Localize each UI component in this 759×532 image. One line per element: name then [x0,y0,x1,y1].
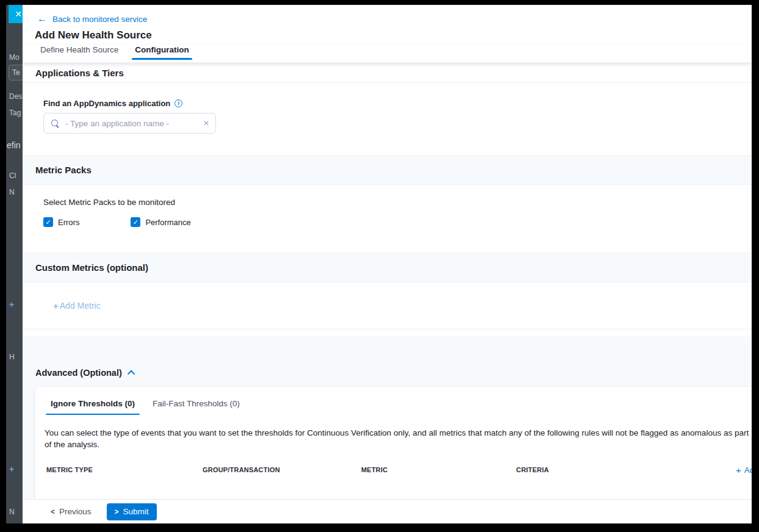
bg-text-fragment: H [9,353,15,361]
add-threshold-label: Add Threshold [744,466,752,475]
tab-label: Ignore Thresholds (0) [51,399,135,408]
find-application-label: Find an AppDynamics application i [43,99,752,108]
section-title: Applications & Tiers [35,68,124,78]
previous-button[interactable]: < Previous [51,507,92,516]
add-threshold-button[interactable]: + Add Threshold [736,465,752,475]
application-search-input[interactable] [65,119,200,128]
thresholds-description: You can select the type of events that y… [45,427,752,450]
thresholds-card: Ignore Thresholds (0) Fail-Fast Threshol… [35,387,752,499]
back-link-label: Back to monitored service [52,15,147,24]
bg-input-fragment: Te [9,65,23,81]
submit-label: Submit [123,507,149,516]
advanced-title: Advanced (Optional) [35,368,122,378]
bg-input-text: Te [12,68,20,77]
back-arrow-icon: ← [37,14,47,24]
bg-add-fragment: + [9,464,14,474]
tab-fail-fast-thresholds[interactable]: Fail-Fast Thresholds (0) [153,399,240,415]
close-icon: ✕ [15,9,22,19]
section-title: Metric Packs [35,165,92,175]
bg-text-fragment: N [9,508,15,516]
section-applications-tiers-content: Find an AppDynamics application i ✕ [23,83,752,156]
checkbox-errors[interactable]: ✓ Errors [43,217,79,227]
chevron-up-icon[interactable] [128,370,135,378]
back-to-monitored-service-link[interactable]: ← Back to monitored service [37,12,752,26]
info-icon[interactable]: i [174,99,182,107]
drawer-footer: < Previous > Submit [23,499,752,523]
search-icon [51,120,59,128]
column-header-metric-type: METRIC TYPE [46,466,93,473]
application-search-box: ✕ [43,113,216,134]
bg-text-fragment: Tag [9,109,21,117]
section-custom-metrics-content: + Add Metric [23,282,752,329]
tab-configuration[interactable]: Configuration [135,45,189,60]
tab-label: Define Health Source [40,45,118,54]
section-metric-packs-header: Metric Packs [23,156,752,185]
clear-search-icon[interactable]: ✕ [200,119,209,128]
description-line: You can select the type of events that y… [45,427,752,439]
screenshot-frame: Mo Te Des Tag efin Cl N + H + N ✕ ← Back… [0,0,759,532]
advanced-title-row[interactable]: Advanced (Optional) [35,368,752,378]
select-metric-packs-label: Select Metric Packs to be monitored [43,198,752,207]
column-header-group-transaction: GROUP/TRANSACTION [203,466,280,473]
chevron-right-icon: > [115,508,119,516]
tab-label: Fail-Fast Thresholds (0) [153,399,240,408]
checkbox-label: Errors [58,218,79,227]
field-label-text: Find an AppDynamics application [43,99,170,108]
active-tab-underline [132,58,192,60]
column-header-criteria: CRITERIA [516,466,549,473]
chevron-left-icon: < [51,508,55,516]
bg-text-fragment: N [9,188,15,196]
submit-button[interactable]: > Submit [107,503,157,520]
add-health-source-drawer: ← Back to monitored service Add New Heal… [23,5,752,523]
tab-ignore-thresholds[interactable]: Ignore Thresholds (0) [51,399,135,415]
plus-icon: + [53,301,59,311]
dimmed-background-page: Mo Te Des Tag efin Cl N + H + N [6,5,23,523]
drawer-header: ← Back to monitored service Add New Heal… [23,5,752,45]
bg-text-fragment: Cl [9,171,16,180]
description-line: of the analysis. [45,439,752,450]
active-tab-underline [46,414,140,415]
section-metric-packs-content: Select Metric Packs to be monitored ✓ Er… [23,185,752,253]
metric-pack-options: ✓ Errors ✓ Performance [43,217,752,227]
previous-label: Previous [59,507,92,516]
checkbox-performance[interactable]: ✓ Performance [131,217,190,227]
bg-add-fragment: + [9,300,14,309]
section-title: Custom Metrics (optional) [35,262,148,273]
bg-heading-fragment: efin [7,140,21,150]
tab-label: Configuration [135,45,189,54]
bg-text-fragment: Des [9,92,22,101]
section-advanced: Advanced (Optional) Ignore Thresholds (0… [23,336,752,499]
section-applications-tiers-header: Applications & Tiers [23,63,752,83]
bg-text-fragment: Mo [9,53,20,62]
tab-define-health-source[interactable]: Define Health Source [40,45,118,60]
wizard-tabbar: Define Health Source Configuration [23,45,752,63]
checkbox-label: Performance [145,218,190,227]
checkbox-checked-icon[interactable]: ✓ [131,217,140,227]
add-metric-button[interactable]: + Add Metric [53,301,101,311]
column-header-metric: METRIC [361,466,387,473]
add-metric-label: Add Metric [60,301,101,311]
page-title: Add New Health Source [35,29,752,45]
thresholds-table-header: METRIC TYPE GROUP/TRANSACTION METRIC CRI… [35,466,752,476]
section-custom-metrics-header: Custom Metrics (optional) [23,253,752,282]
drawer-body: Applications & Tiers Find an AppDynamics… [23,63,752,499]
plus-icon: + [736,465,741,475]
checkbox-checked-icon[interactable]: ✓ [43,217,53,227]
thresholds-tabbar: Ignore Thresholds (0) Fail-Fast Threshol… [35,387,752,415]
